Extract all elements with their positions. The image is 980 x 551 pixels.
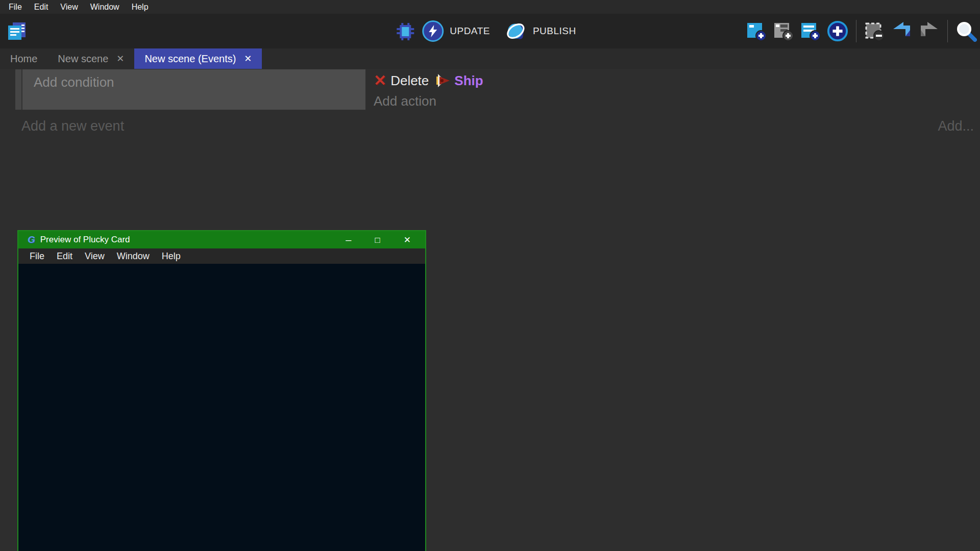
add-comment-icon[interactable] [800,20,821,42]
tab-label: New scene (Events) [144,53,236,65]
undo-icon[interactable] [891,20,913,42]
tab-label: New scene [58,53,108,65]
action-delete-ship[interactable]: ✕ Delete Ship [374,70,980,91]
toolbar-right-group [746,14,977,48]
tab-home[interactable]: Home [0,48,47,69]
menu-window[interactable]: Window [84,0,126,14]
toolbar-separator [856,20,856,42]
delete-action-icon: ✕ [374,73,386,88]
close-icon[interactable]: ✕ [116,54,124,63]
main-menubar: File Edit View Window Help [0,0,980,14]
menu-edit[interactable]: Edit [28,0,55,14]
add-event-row: Add a new event Add... [21,118,974,134]
window-controls: – □ ✕ [346,235,419,245]
menu-file[interactable]: File [3,0,28,14]
toolbar-separator [947,20,948,42]
preview-menu-edit[interactable]: Edit [51,248,79,264]
add-subevent-icon[interactable] [773,20,794,42]
debug-icon[interactable] [395,20,416,42]
close-icon[interactable]: ✕ [404,236,411,244]
search-icon[interactable] [955,20,977,42]
event-row: Add condition ✕ Delete Ship Add action [15,69,980,110]
add-condition-button[interactable]: Add condition [22,69,365,110]
minimize-icon[interactable]: – [346,235,351,245]
action-object-name: Ship [454,73,483,89]
toolbar-center-group: UPDATE PUBLISH [395,14,585,48]
delete-selection-icon[interactable] [864,20,886,42]
game-preview-canvas[interactable] [18,264,425,551]
event-drag-handle[interactable] [15,69,22,110]
update-button[interactable]: UPDATE [450,26,490,37]
ship-object-icon [436,74,450,87]
preview-titlebar[interactable]: G Preview of Plucky Card – □ ✕ [18,231,425,248]
tab-new-scene[interactable]: New scene ✕ [47,48,134,69]
menu-view[interactable]: View [54,0,84,14]
add-more-button[interactable]: Add... [938,118,974,134]
publish-button[interactable]: PUBLISH [533,26,576,37]
tab-new-scene-events[interactable]: New scene (Events) ✕ [134,48,262,69]
add-action-button[interactable]: Add action [374,93,980,109]
add-new-event-button[interactable]: Add a new event [21,118,124,134]
preview-menu-help[interactable]: Help [156,248,187,264]
action-verb: Delete [390,73,429,89]
preview-window: G Preview of Plucky Card – □ ✕ File Edit… [17,230,426,551]
project-manager-icon[interactable] [6,20,28,42]
redo-icon[interactable] [918,20,940,42]
preview-menu-view[interactable]: View [79,248,111,264]
publish-icon[interactable] [505,20,527,42]
tab-bar: Home New scene ✕ New scene (Events) ✕ [0,48,980,69]
main-toolbar: UPDATE PUBLISH [0,14,980,48]
events-sheet: Add condition ✕ Delete Ship Add action [0,69,980,551]
add-event-icon[interactable] [746,20,767,42]
maximize-icon[interactable]: □ [375,236,380,244]
add-condition-placeholder: Add condition [34,74,114,90]
tab-label: Home [10,53,37,65]
choose-add-event-icon[interactable] [827,20,848,42]
preview-window-title: Preview of Plucky Card [40,235,130,245]
menu-help[interactable]: Help [126,0,155,14]
gdevelop-logo-icon: G [28,234,35,245]
preview-menu-file[interactable]: File [23,248,51,264]
close-icon[interactable]: ✕ [244,54,252,63]
actions-cell: ✕ Delete Ship Add action [365,69,980,110]
preview-menu-window[interactable]: Window [111,248,156,264]
preview-menubar: File Edit View Window Help [18,248,425,264]
update-icon[interactable] [422,20,444,42]
